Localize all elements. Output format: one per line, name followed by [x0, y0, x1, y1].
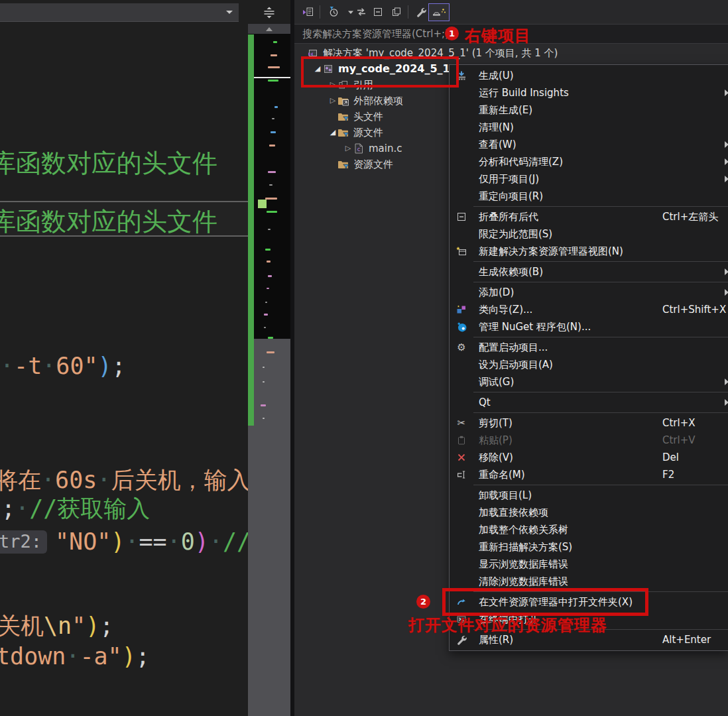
menu-item-label: 运行 Build Insights [479, 87, 569, 99]
menu-item--g-[interactable]: 调试(G) [450, 373, 728, 390]
menu-item--[interactable]: ⚙配置启动项目... [450, 339, 728, 356]
menu-item--z-[interactable]: 类向导(Z)...Ctrl+Shift+X [450, 301, 728, 318]
menu-item--build-insights[interactable]: 运行 Build Insights [450, 84, 728, 101]
split-editor-handle[interactable] [257, 4, 281, 21]
menu-item--z-[interactable]: 分析和代码清理(Z) [450, 153, 728, 170]
gear-icon: ⚙ [455, 341, 467, 353]
menu-item-label: 加载直接依赖项 [479, 507, 548, 518]
minimap-find-marker [258, 200, 267, 208]
scissors-icon: ✂ [455, 417, 467, 429]
menu-item-label: 新建解决方案资源管理器视图(N) [479, 245, 623, 257]
menu-item--[interactable]: 折叠所有后代Ctrl+左箭头 [450, 208, 728, 225]
menu-item-qt[interactable]: Qt [450, 394, 728, 411]
menu-item--s-[interactable]: 限定为此范围(S) [450, 225, 728, 243]
switch-views-icon[interactable] [301, 4, 316, 20]
new-view-icon [455, 245, 467, 257]
menu-item-label: 生成依赖项(B) [479, 266, 543, 278]
menu-item--a-[interactable]: 设为启动项目(A) [450, 356, 728, 373]
menu-item--j-[interactable]: 仅用于项目(J) [450, 170, 728, 188]
sync-selection-icon[interactable] [354, 4, 369, 20]
editor-navigation-bar [0, 0, 290, 25]
menu-item--[interactable]: 加载直接依赖项 [450, 504, 728, 521]
folder-filter-icon [337, 159, 350, 170]
tree-item-label: 外部依赖项 [353, 93, 403, 109]
menu-item-shortcut: Ctrl+左箭头 [662, 208, 718, 225]
menu-item-label: 折叠所有后代 [479, 211, 538, 223]
submenu-arrow-icon [725, 268, 728, 275]
navigation-dropdown[interactable] [0, 3, 239, 22]
menu-item-label: Qt [479, 396, 491, 408]
menu-item-label: 清理(N) [479, 121, 514, 133]
class-wizard-icon [455, 304, 467, 316]
menu-item-label: 移除(V) [479, 451, 513, 463]
preview-selected-items-icon[interactable] [428, 3, 450, 21]
scroll-up-button[interactable] [248, 24, 290, 34]
collapse-all-icon [455, 211, 467, 223]
expand-arrow-icon[interactable]: ▷ [344, 141, 352, 156]
menu-item--s-[interactable]: 重新扫描解决方案(S) [450, 538, 728, 556]
menu-item-label: 重新扫描解决方案(S) [479, 541, 572, 553]
menu-item--[interactable]: 加载整个依赖关系树 [450, 521, 728, 538]
menu-separator [473, 206, 728, 207]
submenu-arrow-icon [725, 141, 728, 148]
toolbar-divider [320, 5, 320, 19]
menu-item-label: 类向导(Z)... [479, 304, 532, 316]
menu-item--n-[interactable]: 新建解决方案资源管理器视图(N) [450, 243, 728, 260]
menu-item--u-[interactable]: 生成(U) [450, 67, 728, 84]
remove-icon [455, 451, 467, 463]
menu-item--d-[interactable]: 添加(D) [450, 284, 728, 301]
menu-item--t-[interactable]: ✂剪切(T)Ctrl+X [450, 414, 728, 432]
menu-item-label: 限定为此范围(S) [479, 228, 552, 240]
tree-item-label: 头文件 [353, 109, 383, 125]
submenu-arrow-icon [725, 379, 728, 385]
tree-item-label: main.c [369, 141, 402, 156]
menu-item--m-[interactable]: 重命名(M)F2 [450, 466, 728, 483]
menu-item-label: 添加(D) [479, 286, 514, 298]
menu-item-label: 配置启动项目... [479, 341, 548, 353]
menu-item--b-[interactable]: 生成依赖项(B) [450, 263, 728, 280]
menu-item-shortcut: Del [662, 449, 679, 466]
menu-item--[interactable]: 显示浏览数据库错误 [450, 556, 728, 573]
menu-item-label: 调试(G) [479, 376, 514, 388]
menu-item-label: 设为启动项目(A) [479, 359, 553, 371]
collapse-all-icon[interactable] [371, 4, 385, 20]
annotation-label-open-explorer: 打开文件对应的资源管理器 [408, 615, 607, 636]
expand-arrow-icon[interactable]: ▷ [329, 93, 337, 109]
code-line: tdown·-a"); [0, 640, 150, 672]
annotation-label-right-click: 右键项目 [465, 25, 531, 46]
menu-separator [473, 337, 728, 337]
menu-item-label: 清除浏览数据库错误 [479, 575, 568, 587]
show-all-files-icon[interactable] [389, 4, 404, 20]
history-filter-icon[interactable] [326, 4, 341, 20]
toolbar-divider [408, 5, 408, 19]
submenu-arrow-icon [725, 176, 728, 182]
menu-item-shortcut: Ctrl+V [662, 432, 696, 449]
menu-item-shortcut: Ctrl+X [662, 414, 696, 432]
menu-item--w-[interactable]: 查看(W) [450, 136, 728, 153]
menu-item--l-[interactable]: 卸载项目(L) [450, 487, 728, 504]
menu-item-label: 查看(W) [479, 139, 516, 150]
code-line: tr2:"NO")·==·0)·//比较 [0, 526, 248, 558]
scrollbar-minimap[interactable] [248, 24, 290, 716]
search-placeholder: 搜索解决方案资源管理器(Ctrl+;) [302, 28, 449, 40]
menu-item--v-[interactable]: 移除(V)Del [450, 449, 728, 466]
code-editor[interactable]: 库函数对应的头文件库函数对应的头文件·-t·60");将在·60s·后关机，输入… [0, 24, 248, 716]
menu-separator [473, 282, 728, 282]
menu-item--e-[interactable]: 重新生成(E) [450, 101, 728, 119]
code-line: 将在·60s·后关机，输入·“ [0, 464, 248, 496]
menu-separator [473, 412, 728, 413]
menu-item--nuget-n-[interactable]: 管理 NuGet 程序包(N)... [450, 318, 728, 335]
menu-item--r-[interactable]: 重定向项目(R) [450, 188, 728, 205]
folder-filter-icon [337, 127, 350, 138]
code-line: 库函数对应的头文件 [0, 206, 217, 237]
collapse-arrow-icon[interactable]: ◢ [329, 125, 337, 141]
vs-window: 库函数对应的头文件库函数对应的头文件·-t·60");将在·60s·后关机，输入… [0, 0, 728, 716]
menu-item-label: 重新生成(E) [479, 104, 532, 116]
menu-item--p-[interactable]: 粘贴(P)Ctrl+V [450, 432, 728, 449]
properties-wrench-icon[interactable] [414, 4, 428, 20]
submenu-arrow-icon [725, 90, 728, 96]
menu-item--n-[interactable]: 清理(N) [450, 119, 728, 136]
menu-item-label: 显示浏览数据库错误 [479, 558, 568, 570]
folder-ext-icon [337, 95, 350, 106]
paste-icon [455, 434, 467, 446]
